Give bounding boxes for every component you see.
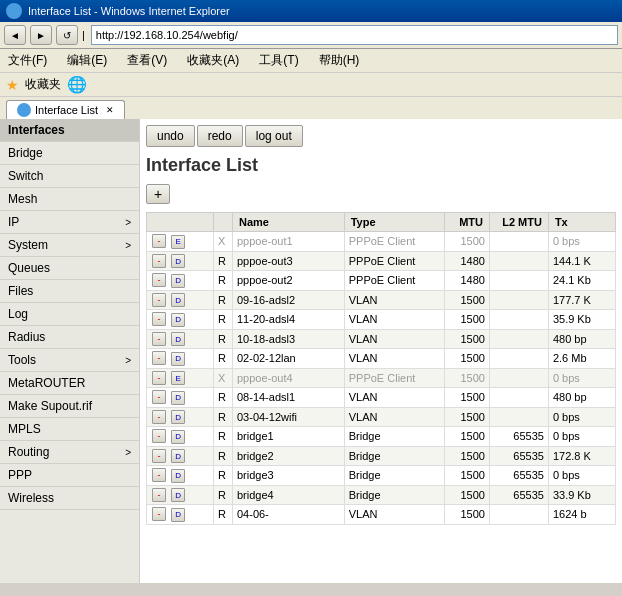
sidebar-item-ppp[interactable]: PPP <box>0 464 139 487</box>
sidebar-item-log[interactable]: Log <box>0 303 139 326</box>
redo-button[interactable]: redo <box>197 125 243 147</box>
row-flag: X <box>214 232 233 252</box>
row-minus-button[interactable]: - <box>152 371 166 385</box>
row-name: bridge1 <box>232 427 344 447</box>
sidebar-item-interfaces[interactable]: Interfaces <box>0 119 139 142</box>
table-row: - D R 11-20-adsl4 VLAN 1500 35.9 Kb <box>147 310 616 330</box>
row-flag: R <box>214 446 233 466</box>
table-row: - D R pppoe-out3 PPPoE Client 1480 144.1… <box>147 251 616 271</box>
sidebar-item-metarouter[interactable]: MetaROUTER <box>0 372 139 395</box>
row-actions: - D <box>147 271 214 291</box>
row-type: VLAN <box>344 349 445 369</box>
row-edit-button[interactable]: D <box>171 449 185 463</box>
sidebar-item-ip[interactable]: IP > <box>0 211 139 234</box>
row-edit-button[interactable]: D <box>171 332 185 346</box>
sidebar-item-switch-label: Switch <box>8 169 43 183</box>
table-row: - D R bridge1 Bridge 1500 65535 0 bps <box>147 427 616 447</box>
row-mtu: 1500 <box>445 466 490 486</box>
sidebar-item-system-label: System <box>8 238 48 252</box>
row-edit-button[interactable]: D <box>171 410 185 424</box>
star-icon: ★ <box>6 77 19 93</box>
browser-title-text: Interface List - Windows Internet Explor… <box>28 5 230 17</box>
row-minus-button[interactable]: - <box>152 293 166 307</box>
sidebar-item-files[interactable]: Files <box>0 280 139 303</box>
sidebar-item-bridge[interactable]: Bridge <box>0 142 139 165</box>
sidebar-item-system-arrow: > <box>125 240 131 251</box>
row-edit-button[interactable]: D <box>171 313 185 327</box>
row-minus-button[interactable]: - <box>152 332 166 346</box>
menu-edit[interactable]: 编辑(E) <box>63 51 111 70</box>
add-button[interactable]: + <box>146 184 170 204</box>
row-minus-button[interactable]: - <box>152 390 166 404</box>
sidebar-item-tools[interactable]: Tools > <box>0 349 139 372</box>
forward-button[interactable]: ► <box>30 25 52 45</box>
row-mtu: 1480 <box>445 251 490 271</box>
row-l2mtu <box>489 290 548 310</box>
row-actions: - D <box>147 290 214 310</box>
row-l2mtu <box>489 251 548 271</box>
row-edit-button[interactable]: D <box>171 430 185 444</box>
undo-button[interactable]: undo <box>146 125 195 147</box>
sidebar-item-wireless[interactable]: Wireless <box>0 487 139 510</box>
row-mtu: 1500 <box>445 329 490 349</box>
row-edit-button[interactable]: D <box>171 293 185 307</box>
logout-button[interactable]: log out <box>245 125 303 147</box>
row-minus-button[interactable]: - <box>152 312 166 326</box>
sidebar-item-switch[interactable]: Switch <box>0 165 139 188</box>
tab-label: Interface List <box>35 104 98 116</box>
row-edit-button[interactable]: D <box>171 469 185 483</box>
row-minus-button[interactable]: - <box>152 488 166 502</box>
sidebar-item-radius[interactable]: Radius <box>0 326 139 349</box>
favorites-add-icon[interactable]: 🌐 <box>67 75 87 94</box>
table-row: - E X pppoe-out1 PPPoE Client 1500 0 bps <box>147 232 616 252</box>
sidebar-item-mesh[interactable]: Mesh <box>0 188 139 211</box>
sidebar-item-system[interactable]: System > <box>0 234 139 257</box>
sidebar-item-make-supout[interactable]: Make Supout.rif <box>0 395 139 418</box>
row-edit-button[interactable]: E <box>171 235 185 249</box>
menu-favorites[interactable]: 收藏夹(A) <box>183 51 243 70</box>
row-edit-button[interactable]: D <box>171 391 185 405</box>
menu-view[interactable]: 查看(V) <box>123 51 171 70</box>
row-l2mtu <box>489 310 548 330</box>
sidebar-item-queues[interactable]: Queues <box>0 257 139 280</box>
sidebar-item-wireless-label: Wireless <box>8 491 54 505</box>
sidebar-item-routing[interactable]: Routing > <box>0 441 139 464</box>
row-edit-button[interactable]: E <box>171 371 185 385</box>
row-type: PPPoE Client <box>344 232 445 252</box>
menu-tools[interactable]: 工具(T) <box>255 51 302 70</box>
back-button[interactable]: ◄ <box>4 25 26 45</box>
row-l2mtu <box>489 329 548 349</box>
row-minus-button[interactable]: - <box>152 429 166 443</box>
row-edit-button[interactable]: D <box>171 508 185 522</box>
browser-tab[interactable]: Interface List ✕ <box>6 100 125 119</box>
row-minus-button[interactable]: - <box>152 351 166 365</box>
row-actions: - D <box>147 349 214 369</box>
row-minus-button[interactable]: - <box>152 273 166 287</box>
row-edit-button[interactable]: D <box>171 352 185 366</box>
row-minus-button[interactable]: - <box>152 254 166 268</box>
menu-help[interactable]: 帮助(H) <box>315 51 364 70</box>
row-flag: R <box>214 407 233 427</box>
row-minus-button[interactable]: - <box>152 468 166 482</box>
refresh-button[interactable]: ↺ <box>56 25 78 45</box>
favorites-label[interactable]: 收藏夹 <box>25 76 61 93</box>
table-row: - D R 09-16-adsl2 VLAN 1500 177.7 K <box>147 290 616 310</box>
row-flag: R <box>214 505 233 525</box>
row-edit-button[interactable]: D <box>171 488 185 502</box>
row-minus-button[interactable]: - <box>152 507 166 521</box>
tab-close-button[interactable]: ✕ <box>106 105 114 115</box>
row-minus-button[interactable]: - <box>152 449 166 463</box>
row-minus-button[interactable]: - <box>152 234 166 248</box>
row-edit-button[interactable]: D <box>171 254 185 268</box>
row-l2mtu <box>489 407 548 427</box>
row-edit-button[interactable]: D <box>171 274 185 288</box>
sidebar-item-mpls[interactable]: MPLS <box>0 418 139 441</box>
row-actions: - D <box>147 466 214 486</box>
row-l2mtu: 65535 <box>489 446 548 466</box>
address-bar[interactable] <box>91 25 618 45</box>
menu-file[interactable]: 文件(F) <box>4 51 51 70</box>
row-type: VLAN <box>344 310 445 330</box>
row-mtu: 1500 <box>445 368 490 388</box>
row-minus-button[interactable]: - <box>152 410 166 424</box>
row-name: bridge4 <box>232 485 344 505</box>
